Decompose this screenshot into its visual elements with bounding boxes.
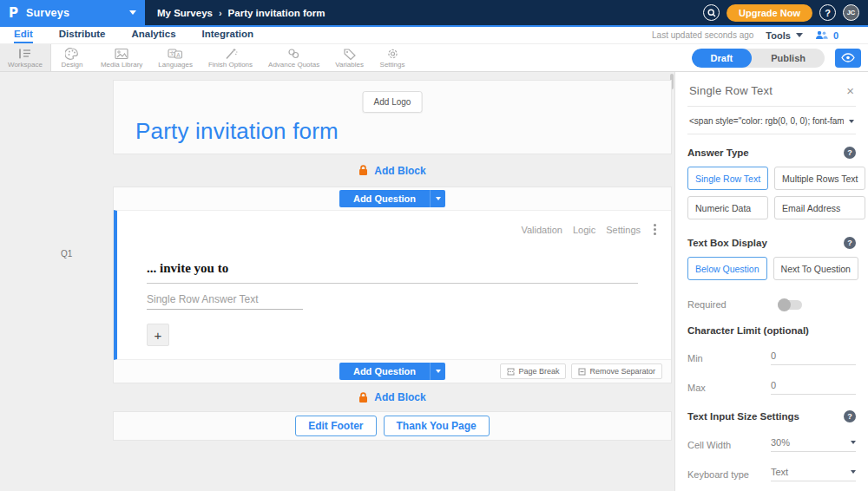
toolbar-item-workspace[interactable]: Workspace [0, 44, 51, 71]
menu-bar: Edit Distribute Analytics Integration La… [0, 25, 868, 44]
toolbar-item-media-library[interactable]: Media Library [93, 44, 150, 71]
question-editor[interactable]: Validation Logic Settings ... invite you… [114, 210, 671, 360]
close-icon[interactable]: × [846, 87, 854, 95]
tab-edit[interactable]: Edit [14, 27, 33, 43]
page-break-icon [507, 368, 515, 376]
min-value: 0 [771, 350, 776, 361]
draft-publish-toggle: Draft Publish [692, 49, 825, 68]
breadcrumb: My Surveys › Party invitation form [157, 8, 325, 18]
answer-type-options: Single Row Text Multiple Rows Text Numer… [687, 167, 856, 219]
toolbar-item-variables[interactable]: Variables [327, 44, 372, 71]
edit-footer-button[interactable]: Edit Footer [295, 416, 376, 436]
collaborators-button[interactable]: 0 [815, 30, 838, 41]
question-toolbar: Validation Logic Settings [521, 223, 659, 236]
survey-title[interactable]: Party invitation form [135, 118, 339, 145]
question-style-dropdown[interactable]: <span style="color: rgb(0, 0, 0); font-f… [687, 107, 856, 134]
max-input[interactable]: 0 [771, 380, 856, 395]
add-question-split-button: Add Question [339, 190, 445, 207]
validation-link[interactable]: Validation [521, 225, 562, 235]
help-icon[interactable]: ? [844, 237, 856, 249]
product-switcher[interactable]: P Surveys [0, 0, 145, 25]
page-break-button[interactable]: Page Break [500, 363, 566, 379]
add-element-button[interactable]: + [147, 324, 169, 346]
thank-you-page-button[interactable]: Thank You Page [384, 416, 490, 436]
text-box-display-section: Text Box Display ? [687, 237, 856, 249]
user-avatar[interactable]: JC [843, 4, 859, 21]
display-next-to-question[interactable]: Next To Question [773, 257, 858, 280]
add-block-bottom[interactable]: Add Block [113, 383, 672, 411]
toolbar-item-languages[interactable]: 文A Languages [150, 44, 201, 71]
add-question-dropdown[interactable] [430, 363, 445, 380]
character-limit-label: Character Limit (optional) [687, 325, 809, 336]
workspace-icon [17, 48, 32, 60]
survey-canvas: Q1 Add Logo Party invitation form Add Bl… [0, 72, 674, 491]
add-block-top[interactable]: Add Block [113, 154, 672, 187]
survey-header-card[interactable]: Add Logo Party invitation form [113, 80, 672, 154]
help-button[interactable]: ? [819, 4, 836, 21]
answer-type-email[interactable]: Email Address [774, 196, 865, 219]
tab-analytics[interactable]: Analytics [131, 27, 175, 43]
translate-icon: 文A [168, 48, 183, 60]
toolbar-item-advance-quotas[interactable]: Advance Quotas [260, 44, 327, 71]
tools-dropdown[interactable]: Tools [766, 30, 803, 41]
question-style-value: <span style="color: rgb(0, 0, 0); font-f… [689, 116, 844, 126]
remove-separator-button[interactable]: Remove Separator [571, 363, 662, 379]
panel-title: Single Row Text [689, 84, 773, 97]
toolbar-item-label: Settings [380, 61, 405, 69]
help-icon[interactable]: ? [844, 410, 856, 422]
toolbar-item-label: Variables [335, 61, 364, 69]
answer-type-section: Answer Type ? [687, 147, 856, 159]
remove-separator-label: Remove Separator [589, 367, 655, 376]
publish-button[interactable]: Publish [752, 49, 825, 68]
proprofs-logo-icon: P [9, 5, 18, 21]
tab-distribute[interactable]: Distribute [59, 27, 106, 43]
settings-link[interactable]: Settings [606, 225, 641, 235]
logic-link[interactable]: Logic [573, 225, 595, 235]
add-logo-button[interactable]: Add Logo [363, 91, 423, 113]
answer-text-input[interactable]: Single Row Answer Text [147, 293, 303, 310]
search-button[interactable] [703, 4, 720, 21]
keyboard-type-label: Keyboard type [687, 469, 749, 480]
add-question-button[interactable]: Add Question [339, 190, 430, 207]
top-bar: P Surveys My Surveys › Party invitation … [0, 0, 868, 25]
add-question-strip-top: Add Question [114, 187, 671, 210]
keyboard-type-select[interactable]: Text [771, 467, 856, 481]
answer-type-numeric[interactable]: Numeric Data [687, 196, 768, 219]
help-icon[interactable]: ? [844, 147, 856, 159]
question-settings-panel: Single Row Text × <span style="color: rg… [674, 72, 868, 491]
chevron-down-icon [436, 197, 441, 200]
collaborators-icon [815, 30, 828, 40]
display-below-question[interactable]: Below Question [687, 257, 767, 280]
cell-width-value: 30% [771, 437, 790, 448]
collaborators-count: 0 [833, 30, 838, 41]
toolbar-item-design[interactable]: Design [51, 44, 93, 71]
required-label: Required [687, 299, 727, 310]
chevron-down-icon [849, 120, 854, 123]
toolbar-item-finish-options[interactable]: Finish Options [201, 44, 260, 71]
kebab-menu-icon[interactable] [651, 223, 659, 236]
cell-width-select[interactable]: 30% [771, 437, 856, 452]
input-size-section: Text Input Size Settings ? [687, 410, 856, 422]
min-input[interactable]: 0 [771, 350, 856, 365]
toggle-knob [778, 298, 791, 311]
upgrade-now-button[interactable]: Upgrade Now [727, 4, 812, 22]
breadcrumb-my-surveys[interactable]: My Surveys [157, 8, 213, 18]
question-text[interactable]: ... invite you to [147, 261, 638, 284]
required-toggle[interactable] [778, 300, 802, 310]
search-icon [707, 9, 716, 17]
answer-type-single-row[interactable]: Single Row Text [687, 167, 768, 190]
preview-button[interactable] [835, 49, 861, 68]
separator-actions: Page Break Remove Separator [500, 363, 662, 379]
lock-icon [358, 392, 368, 403]
min-row: Min 0 [687, 350, 856, 365]
draft-button[interactable]: Draft [692, 49, 753, 68]
panel-header: Single Row Text × [687, 72, 856, 107]
toolbar-right: Draft Publish [692, 44, 868, 71]
add-question-button[interactable]: Add Question [339, 363, 430, 380]
answer-type-multiple-rows[interactable]: Multiple Rows Text [774, 167, 865, 190]
toolbar-item-settings[interactable]: Settings [372, 44, 413, 71]
cell-width-row: Cell Width 30% [687, 437, 856, 452]
tab-integration[interactable]: Integration [202, 27, 253, 43]
add-block-label: Add Block [374, 391, 425, 403]
add-question-dropdown[interactable] [430, 190, 445, 207]
